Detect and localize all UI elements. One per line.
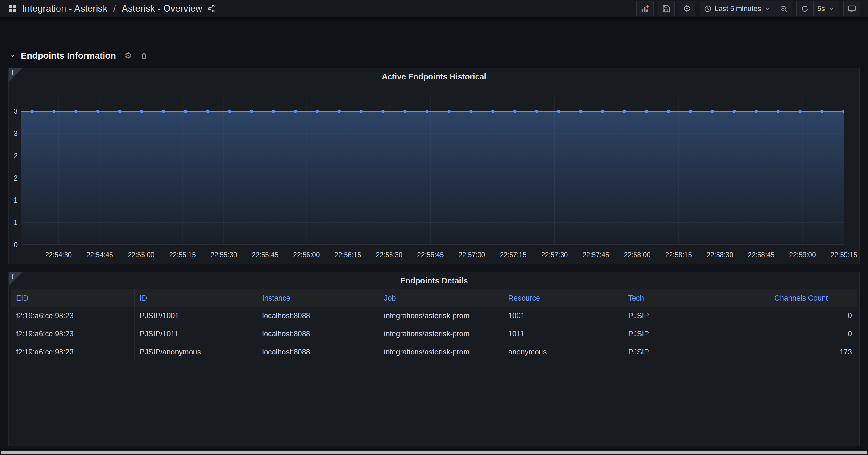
- data-point: [557, 110, 560, 113]
- data-point: [798, 110, 802, 113]
- chart-panel: i Active Endpoints Historical 011223322:…: [8, 68, 860, 264]
- x-axis-label: 22:57:30: [533, 251, 575, 259]
- dashboard-settings-button[interactable]: ⚙: [679, 1, 695, 17]
- breadcrumb-folder[interactable]: Integration - Asterisk: [22, 3, 107, 14]
- horizontal-scrollbar[interactable]: [1, 451, 867, 454]
- column-header-job[interactable]: Job: [379, 289, 503, 306]
- table-cell: integrations/asterisk-prom: [379, 306, 503, 325]
- data-point: [52, 110, 56, 113]
- top-nav: Integration - Asterisk / Asterisk - Over…: [0, 0, 868, 17]
- x-axis-label: 22:55:45: [244, 251, 286, 259]
- kiosk-mode-button[interactable]: [843, 1, 860, 17]
- data-point: [250, 110, 253, 113]
- data-point: [755, 110, 758, 113]
- x-axis-label: 22:58:45: [740, 251, 782, 259]
- x-axis-label: 22:56:30: [368, 251, 410, 259]
- column-header-id[interactable]: ID: [135, 289, 257, 306]
- x-axis-label: 22:58:15: [658, 251, 699, 259]
- data-point: [491, 110, 495, 113]
- column-header-eid[interactable]: EID: [11, 289, 135, 306]
- table-cell: PJSIP: [623, 306, 770, 325]
- y-axis-label: 2: [9, 152, 18, 160]
- data-point: [776, 110, 780, 113]
- data-point: [645, 110, 648, 113]
- column-header-channels-count[interactable]: Channels Count: [770, 289, 857, 306]
- table-cell: 0: [770, 306, 857, 325]
- x-axis-label: 22:59:00: [782, 251, 824, 259]
- time-picker-group: Last 5 minutes: [700, 1, 792, 17]
- data-point: [535, 110, 538, 113]
- data-point: [667, 110, 670, 113]
- gear-icon: ⚙: [683, 4, 691, 13]
- column-header-resource[interactable]: Resource: [503, 289, 623, 306]
- table-cell: integrations/asterisk-prom: [379, 325, 503, 343]
- chart-panel-title[interactable]: Active Endpoints Historical: [9, 72, 859, 82]
- column-header-instance[interactable]: Instance: [257, 289, 379, 306]
- data-point: [733, 110, 736, 113]
- breadcrumb: Integration - Asterisk / Asterisk - Over…: [8, 3, 215, 14]
- dashboards-grid-icon[interactable]: [8, 4, 17, 13]
- column-header-tech[interactable]: Tech: [623, 289, 770, 306]
- clock-icon: [704, 5, 712, 13]
- refresh-button[interactable]: [797, 1, 813, 16]
- table-cell: localhost:8088: [257, 325, 379, 343]
- data-point: [381, 110, 385, 113]
- data-point: [162, 110, 165, 113]
- data-point: [206, 110, 209, 113]
- x-axis-label: 22:58:30: [699, 251, 741, 259]
- x-axis-label: 22:55:00: [120, 251, 162, 259]
- x-axis-label: 22:56:00: [286, 251, 327, 259]
- table-row[interactable]: f2:19:a6:ce:98:23PJSIP/anonymouslocalhos…: [11, 343, 857, 361]
- y-axis-label: 3: [9, 130, 18, 138]
- y-axis-label: 2: [9, 174, 18, 182]
- data-point: [688, 110, 692, 113]
- row-delete-trash-icon[interactable]: [140, 52, 148, 60]
- data-point: [184, 110, 187, 113]
- row-settings-gear-icon[interactable]: ⚙: [124, 52, 132, 60]
- x-axis-label: 22:55:30: [203, 251, 245, 259]
- share-icon[interactable]: [207, 4, 215, 13]
- add-panel-button[interactable]: [637, 1, 654, 17]
- table-cell: PJSIP/anonymous: [135, 343, 257, 361]
- data-point: [360, 110, 363, 113]
- y-axis-label: 1: [9, 219, 18, 227]
- table-row[interactable]: f2:19:a6:ce:98:23PJSIP/1011localhost:808…: [11, 325, 857, 343]
- row-collapse-chevron-icon[interactable]: [9, 52, 17, 60]
- save-dashboard-button[interactable]: [658, 1, 675, 17]
- table-cell: PJSIP/1011: [135, 325, 257, 343]
- data-point: [447, 110, 451, 113]
- nav-shadow-strip: [0, 17, 868, 21]
- table-cell: 1001: [503, 306, 623, 325]
- breadcrumb-dashboard[interactable]: Asterisk - Overview: [122, 3, 203, 14]
- x-axis-label: 22:56:15: [327, 251, 369, 259]
- chevron-down-icon: [828, 5, 835, 12]
- save-icon: [662, 4, 671, 13]
- y-axis-label: 1: [9, 196, 18, 204]
- data-point: [140, 110, 144, 113]
- row-title[interactable]: Endpoints Information: [21, 51, 116, 61]
- x-axis-label: 22:55:15: [162, 251, 203, 259]
- x-axis-label: 22:54:30: [37, 251, 79, 259]
- data-point: [228, 110, 231, 113]
- table-cell: anonymous: [503, 343, 623, 361]
- data-point: [623, 110, 626, 113]
- table-panel-title[interactable]: Endpoints Details: [9, 276, 859, 286]
- table-row[interactable]: f2:19:a6:ce:98:23PJSIP/1001localhost:808…: [11, 306, 857, 325]
- data-point: [316, 110, 319, 113]
- data-point: [118, 110, 121, 113]
- chart-plot[interactable]: [21, 97, 844, 245]
- table-header-row: EIDIDInstanceJobResourceTechChannels Cou…: [11, 289, 857, 306]
- refresh-interval-picker[interactable]: 5s: [813, 1, 839, 16]
- x-axis-label: 22:56:45: [410, 251, 452, 259]
- x-axis-label: 22:57:45: [575, 251, 617, 259]
- time-range-label: Last 5 minutes: [715, 4, 761, 13]
- data-point: [272, 110, 275, 113]
- table-panel: i Endpoints Details EIDIDInstanceJobReso…: [8, 272, 860, 446]
- zoom-out-button[interactable]: [775, 1, 792, 16]
- data-point: [513, 110, 516, 113]
- table-cell: 0: [770, 325, 857, 343]
- time-range-picker[interactable]: Last 5 minutes: [700, 1, 775, 16]
- x-axis-label: 22:57:00: [451, 251, 493, 259]
- table-body: f2:19:a6:ce:98:23PJSIP/1001localhost:808…: [11, 306, 857, 361]
- data-point: [294, 110, 297, 113]
